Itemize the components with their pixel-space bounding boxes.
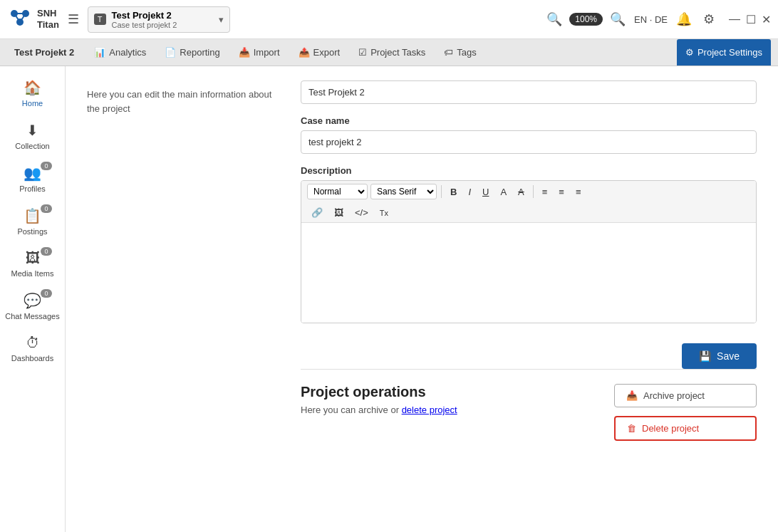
tags-tab-icon: 🏷 [444, 47, 453, 58]
ops-right: 📥 Archive project 🗑 Delete project [614, 384, 757, 441]
save-label: Save [717, 350, 740, 362]
rte-clear-button[interactable]: Tx [375, 207, 393, 219]
archive-project-button[interactable]: 📥 Archive project [614, 384, 757, 407]
tags-tab-label: Tags [457, 47, 476, 58]
sidebar-item-collection-label: Collection [15, 142, 49, 150]
sidebar: 🏠 Home ⬇ Collection 0 👥 Profiles 0 📋 Pos… [0, 66, 66, 532]
project-operations-title: Project operations [301, 384, 586, 400]
export-tab-label: Export [313, 47, 341, 58]
sidebar-item-profiles-label: Profiles [19, 184, 46, 193]
nav-project-label: Test Projekt 2 [7, 47, 81, 58]
tab-tags[interactable]: 🏷 Tags [435, 39, 484, 66]
sidebar-item-home[interactable]: 🏠 Home [0, 72, 65, 115]
tab-reporting[interactable]: 📄 Reporting [156, 39, 228, 66]
rte-divider-1 [441, 185, 442, 198]
analytics-tab-icon: 📊 [94, 47, 105, 58]
zoom-in-icon[interactable]: 🔍 [610, 11, 626, 27]
content-area: Here you can edit the main information a… [66, 66, 778, 532]
rte-ul-button[interactable]: ≡ [554, 185, 569, 199]
menu-icon[interactable]: ☰ [68, 11, 79, 27]
project-settings-tab-label: Project Settings [697, 47, 762, 58]
rte-code-button[interactable]: </> [351, 206, 373, 219]
sidebar-item-dashboards[interactable]: ⏱ Dashboards [0, 328, 65, 370]
tab-export[interactable]: 📤 Export [290, 39, 349, 66]
profiles-badge: 0 [41, 162, 52, 170]
logo-icon [7, 6, 33, 32]
delete-project-button[interactable]: 🗑 Delete project [614, 416, 757, 441]
notifications-icon[interactable]: 🔔 [676, 11, 692, 27]
chat-messages-icon: 💬 [24, 292, 41, 309]
reporting-tab-icon: 📄 [165, 47, 176, 58]
tab-analytics[interactable]: 📊 Analytics [85, 39, 155, 66]
project-dropdown-arrow[interactable]: ▾ [219, 14, 224, 25]
rte-link-button[interactable]: 🔗 [307, 206, 327, 219]
sidebar-item-media-items[interactable]: 0 🖼 Media Items [0, 243, 65, 285]
project-name-input[interactable] [301, 80, 757, 104]
delete-icon: 🗑 [627, 423, 636, 434]
case-name-input[interactable] [301, 130, 757, 154]
info-text: Here you can edit the main information a… [87, 88, 286, 115]
language-selector[interactable]: EN · DE [634, 14, 668, 25]
rte-ol-button[interactable]: ≡ [538, 185, 552, 199]
analytics-tab-label: Analytics [109, 47, 146, 58]
rte-font-color-button[interactable]: A [496, 185, 511, 199]
project-operations-section: Project operations Here you can archive … [301, 384, 757, 441]
case-name-field-group: Case name [301, 115, 757, 154]
project-info: Test Projekt 2 Case test projekt 2 [112, 10, 213, 29]
close-button[interactable]: ✕ [762, 13, 771, 26]
rte-italic-button[interactable]: I [464, 185, 475, 199]
sidebar-item-profiles[interactable]: 0 👥 Profiles [0, 157, 65, 200]
project-name-field-group [301, 80, 757, 104]
chat-messages-badge: 0 [41, 289, 52, 298]
project-settings-tab-icon: ⚙ [685, 47, 694, 58]
project-selector[interactable]: T Test Projekt 2 Case test projekt 2 ▾ [88, 6, 230, 33]
ops-left: Project operations Here you can archive … [301, 384, 586, 415]
description-rte-body[interactable] [301, 223, 756, 323]
media-items-icon: 🖼 [26, 250, 40, 266]
tab-project-tasks[interactable]: ☑ Project Tasks [350, 39, 434, 66]
import-tab-label: Import [254, 47, 280, 58]
export-tab-icon: 📤 [299, 47, 310, 58]
logo-text: SNHTitan [37, 8, 59, 30]
collection-icon: ⬇ [26, 122, 38, 139]
sidebar-item-chat-messages-label: Chat Messages [5, 312, 59, 320]
tab-project-settings[interactable]: ⚙ Project Settings [677, 39, 771, 66]
tab-import[interactable]: 📥 Import [230, 39, 289, 66]
rte-strikethrough-button[interactable]: A [514, 185, 529, 199]
zoom-out-icon[interactable]: 🔍 [546, 11, 562, 27]
minimize-button[interactable]: — [729, 13, 740, 26]
zoom-controls: 🔍 100% 🔍 [544, 11, 628, 27]
sidebar-item-media-items-label: Media Items [11, 269, 54, 278]
project-selector-icon: T [94, 14, 106, 25]
rte-image-button[interactable]: 🖼 [330, 206, 348, 219]
description-field-group: Description Normal Heading 1 Heading 2 S… [301, 165, 757, 323]
rte-style-select[interactable]: Normal Heading 1 Heading 2 [307, 184, 368, 199]
postings-badge: 0 [41, 204, 52, 213]
rte-bold-button[interactable]: B [446, 185, 461, 199]
sidebar-item-chat-messages[interactable]: 0 💬 Chat Messages [0, 285, 65, 328]
case-name-label: Case name [301, 115, 757, 126]
sidebar-item-home-label: Home [22, 99, 43, 108]
rte-indent-button[interactable]: ≡ [571, 185, 586, 199]
sidebar-item-postings[interactable]: 0 📋 Postings [0, 200, 65, 243]
rte-underline-button[interactable]: U [478, 185, 493, 199]
sidebar-item-collection[interactable]: ⬇ Collection [0, 115, 65, 157]
profiles-icon: 👥 [24, 165, 41, 182]
save-button[interactable]: 💾 Save [682, 343, 757, 369]
main-layout: 🏠 Home ⬇ Collection 0 👥 Profiles 0 📋 Pos… [0, 66, 778, 532]
import-tab-icon: 📥 [239, 47, 250, 58]
postings-icon: 📋 [24, 207, 41, 224]
maximize-button[interactable]: ☐ [746, 13, 756, 26]
delete-project-link[interactable]: delete project [402, 405, 457, 415]
description-rte: Normal Heading 1 Heading 2 Sans Serif Se… [301, 180, 757, 323]
save-icon: 💾 [699, 350, 711, 362]
rte-font-select[interactable]: Sans Serif Serif Monospace [370, 184, 437, 199]
reporting-tab-label: Reporting [180, 47, 219, 58]
project-name-label: Test Projekt 2 [112, 10, 213, 21]
project-operations-desc: Here you can archive or delete project [301, 405, 586, 415]
section-divider [301, 369, 757, 370]
top-bar: SNHTitan ☰ T Test Projekt 2 Case test pr… [0, 0, 778, 39]
project-tasks-tab-icon: ☑ [358, 47, 367, 58]
archive-label: Archive project [643, 390, 705, 401]
settings-gear-icon[interactable]: ⚙ [703, 11, 715, 27]
